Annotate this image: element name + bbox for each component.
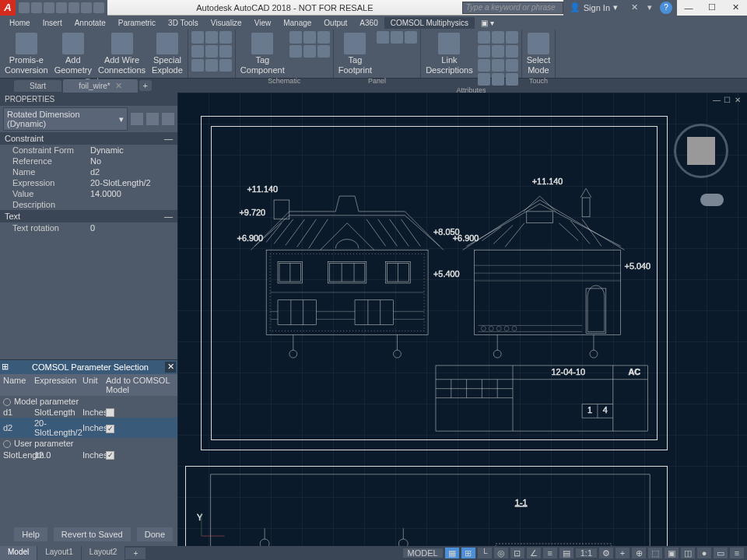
menu-comsol-multiphysics[interactable]: COMSOL Multiphysics	[384, 17, 475, 29]
ribbon-special-button[interactable]: SpecialExplode	[150, 31, 184, 76]
ribbon-select-button[interactable]: SelectMode	[525, 31, 552, 76]
close-button[interactable]: ✕	[724, 0, 747, 16]
annotation-scale[interactable]: 1:1	[576, 548, 597, 558]
layout-tab-layout2[interactable]: Layout2	[82, 546, 126, 560]
minimize-button[interactable]: —	[677, 0, 700, 16]
prop-reference[interactable]: ReferenceNo	[0, 156, 177, 166]
checkbox[interactable]	[106, 451, 114, 460]
prop-description[interactable]: Description	[0, 199, 177, 210]
radio-icon[interactable]	[3, 398, 11, 406]
qat-save-icon[interactable]	[44, 2, 54, 13]
ribbon-small-button[interactable]	[478, 59, 490, 72]
comsol-row-SlotLength[interactable]: SlotLength12.0Inches	[0, 449, 177, 460]
qat-new-icon[interactable]	[19, 2, 30, 13]
ribbon-link-button[interactable]: LinkDescriptions	[424, 31, 475, 76]
layout-tab-layout1[interactable]: Layout1	[37, 546, 82, 560]
maximize-button[interactable]: ☐	[700, 0, 724, 16]
prop-expression[interactable]: Expression20-SlotLength/2	[0, 177, 177, 188]
comsol-row-d1[interactable]: d1SlotLengthInches	[0, 407, 177, 418]
object-type-dropdown[interactable]: Rotated Dimension (Dynamic) ▾	[3, 107, 128, 131]
prop-constraint-form[interactable]: Constraint FormDynamic	[0, 145, 177, 156]
select-objects-icon[interactable]	[162, 113, 174, 125]
otrack-icon[interactable]: ∠	[527, 548, 541, 558]
props-section-text[interactable]: Text—	[0, 210, 177, 222]
checkbox[interactable]	[106, 408, 114, 417]
ribbon-small-button[interactable]	[317, 45, 330, 58]
ribbon-small-button[interactable]	[506, 45, 518, 58]
viewcube[interactable]	[674, 124, 728, 178]
ribbon-small-button[interactable]	[391, 31, 403, 44]
menu-output[interactable]: Output	[317, 17, 353, 29]
polar-icon[interactable]: ◎	[494, 548, 508, 558]
pickadd-icon[interactable]	[146, 113, 159, 125]
search-input[interactable]: Type a keyword or phrase	[462, 2, 563, 14]
ribbon-add-wire-button[interactable]: Add WireConnections	[96, 31, 147, 76]
ribbon-small-button[interactable]	[303, 31, 316, 44]
canvas-maximize-icon[interactable]: ☐	[724, 96, 733, 105]
qat-open-icon[interactable]	[31, 2, 42, 13]
user-param-group[interactable]: User parameter	[0, 438, 177, 449]
model-space-indicator[interactable]: MODEL	[403, 548, 443, 558]
radio-icon[interactable]	[3, 440, 11, 448]
qat-plot-icon[interactable]	[68, 2, 79, 13]
units-icon[interactable]: ⬚	[648, 548, 662, 558]
ribbon-small-button[interactable]	[219, 59, 232, 72]
viewcube-face[interactable]	[687, 137, 715, 165]
col-name-header[interactable]: Name	[0, 374, 31, 396]
signin-button[interactable]: 👤 Sign In ▾	[563, 0, 624, 16]
comsol-row-d2[interactable]: d220-SlotLength/2Inches	[0, 418, 177, 438]
ribbon-small-button[interactable]	[492, 59, 504, 72]
clean-screen-icon[interactable]: ▭	[714, 548, 728, 558]
ribbon-small-button[interactable]	[506, 59, 518, 72]
ribbon-small-button[interactable]	[303, 45, 316, 58]
new-tab-button[interactable]: +	[139, 80, 152, 91]
canvas-close-icon[interactable]: ✕	[735, 96, 744, 105]
checkbox[interactable]	[106, 425, 114, 433]
cart-icon[interactable]: ▾	[644, 2, 655, 13]
menu-visualize[interactable]: Visualize	[205, 17, 248, 29]
ribbon-small-button[interactable]	[317, 31, 330, 44]
ribbon-tag-button[interactable]: TagComponent	[239, 31, 286, 76]
quick-select-icon[interactable]	[131, 113, 143, 125]
workspace-icon[interactable]: +	[615, 548, 630, 558]
comsol-close-button[interactable]: ✕	[165, 362, 176, 373]
ribbon-small-button[interactable]	[219, 45, 232, 58]
comsol-titlebar[interactable]: ⊞ COMSOL Parameter Selection ✕	[0, 360, 177, 374]
doc-tab-Start[interactable]: Start	[14, 80, 61, 92]
prop-value[interactable]: Value14.0000	[0, 188, 177, 199]
hardware-accel-icon[interactable]: ●	[697, 548, 711, 558]
ribbon-small-button[interactable]	[405, 31, 417, 44]
grid-icon[interactable]: ▦	[445, 548, 459, 558]
ribbon-small-button[interactable]	[205, 45, 218, 58]
snap-icon[interactable]: ⊞	[461, 548, 475, 558]
lineweight-icon[interactable]: ≡	[543, 548, 557, 558]
ribbon-promis-e-button[interactable]: Promis-eConversion	[3, 31, 50, 76]
add-layout-button[interactable]: +	[125, 548, 146, 559]
ribbon-small-button[interactable]	[492, 45, 504, 58]
comsol-done-button[interactable]: Done	[137, 527, 173, 541]
gear-icon[interactable]: ⚙	[599, 548, 613, 558]
ribbon-small-button[interactable]	[478, 73, 490, 86]
ribbon-small-button[interactable]	[478, 31, 490, 44]
ribbon-small-button[interactable]	[205, 59, 218, 72]
menu-extra[interactable]: ▣ ▾	[475, 17, 500, 29]
menu-manage[interactable]: Manage	[277, 17, 317, 29]
ribbon-small-button[interactable]	[205, 31, 218, 44]
layout-tab-model[interactable]: Model	[0, 546, 37, 560]
quick-props-icon[interactable]: ▣	[665, 548, 679, 558]
ribbon-small-button[interactable]	[377, 31, 389, 44]
isolate-icon[interactable]: ◫	[681, 548, 695, 558]
transparency-icon[interactable]: ▤	[559, 548, 573, 558]
ribbon-add-button[interactable]: AddGeometry	[53, 31, 93, 76]
app-logo[interactable]: A	[0, 0, 16, 16]
ribbon-small-button[interactable]	[506, 73, 518, 86]
col-unit-header[interactable]: Unit	[79, 374, 103, 396]
canvas-minimize-icon[interactable]: —	[713, 96, 722, 105]
ribbon-small-button[interactable]	[492, 73, 504, 86]
comsol-help-button[interactable]: Help	[14, 527, 47, 541]
menu-insert[interactable]: Insert	[37, 17, 68, 29]
customize-icon[interactable]: ≡	[730, 548, 744, 558]
help-icon[interactable]: ?	[660, 2, 672, 14]
ribbon-small-button[interactable]	[492, 31, 504, 44]
nav-bar[interactable]	[700, 194, 724, 206]
